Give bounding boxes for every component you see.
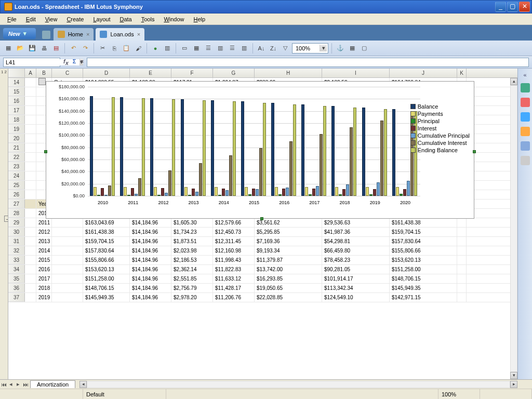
- sidebar-functions-icon[interactable]: [521, 141, 530, 151]
- cols-icon[interactable]: ▥: [215, 43, 225, 54]
- col-header[interactable]: A: [25, 69, 36, 77]
- quick-icon[interactable]: [42, 31, 50, 39]
- cell[interactable]: $153,620.13: [83, 265, 130, 274]
- horizontal-scrollbar[interactable]: ◂ ▸: [79, 381, 517, 388]
- cell[interactable]: [457, 293, 467, 302]
- minimize-button[interactable]: _: [495, 2, 506, 12]
- cell[interactable]: [25, 181, 36, 190]
- chart-icon[interactable]: ▥: [162, 43, 172, 54]
- cell[interactable]: $90,281.05: [322, 265, 390, 274]
- cell[interactable]: $9,193.34: [255, 246, 322, 255]
- col-header[interactable]: D: [83, 69, 130, 77]
- row-header[interactable]: 36: [8, 284, 25, 292]
- col-header[interactable]: E: [130, 69, 171, 77]
- redo-icon[interactable]: ↷: [80, 43, 90, 54]
- menu-create[interactable]: Create: [62, 15, 88, 23]
- row-header[interactable]: 18: [8, 115, 25, 124]
- cell[interactable]: [25, 97, 36, 105]
- cell[interactable]: $101,914.17: [322, 274, 390, 283]
- scroll-right-button[interactable]: ▸: [510, 381, 517, 388]
- sort-desc-icon[interactable]: Z↓: [268, 43, 278, 54]
- undo-icon[interactable]: ↶: [68, 43, 78, 54]
- merge-icon[interactable]: ▭: [179, 43, 190, 54]
- cell[interactable]: [52, 246, 83, 255]
- cell[interactable]: $12,160.98: [213, 246, 255, 255]
- cell[interactable]: $16,293.85: [255, 274, 322, 283]
- cell[interactable]: $12,450.73: [213, 228, 255, 236]
- cell[interactable]: $11,998.43: [213, 256, 255, 264]
- cell[interactable]: [457, 265, 467, 274]
- cell[interactable]: $11,822.83: [213, 265, 255, 274]
- row-header[interactable]: 22: [8, 153, 25, 162]
- vertical-scrollbar[interactable]: ▴ ▾: [510, 78, 517, 379]
- row-header[interactable]: 14: [8, 78, 25, 87]
- scroll-left-button[interactable]: ◂: [79, 381, 87, 388]
- cell[interactable]: $142,971.15: [390, 293, 457, 302]
- cell[interactable]: [457, 218, 467, 227]
- cell[interactable]: $157,830.64: [390, 237, 457, 246]
- cell[interactable]: 2015: [36, 256, 52, 264]
- menu-edit[interactable]: Edit: [22, 15, 40, 23]
- cell[interactable]: [25, 134, 36, 143]
- cell[interactable]: 2011: [36, 218, 52, 227]
- row-header[interactable]: 24: [8, 171, 25, 180]
- row-header[interactable]: 28: [8, 209, 25, 218]
- select-all-corner[interactable]: [8, 69, 25, 77]
- cell[interactable]: $11,379.87: [255, 256, 322, 264]
- cell[interactable]: [25, 143, 36, 152]
- cell[interactable]: $1,873.51: [171, 237, 213, 246]
- name-box[interactable]: ▾: [3, 58, 60, 67]
- row-header[interactable]: 26: [8, 190, 25, 199]
- tab-close-icon[interactable]: ×: [137, 31, 140, 37]
- cell[interactable]: 2012: [36, 228, 52, 236]
- cell[interactable]: [52, 256, 83, 264]
- scroll-track[interactable]: [87, 381, 510, 388]
- col-header[interactable]: I: [322, 69, 390, 77]
- cell[interactable]: 2017: [36, 274, 52, 283]
- row-header[interactable]: 21: [8, 143, 25, 152]
- cell[interactable]: [25, 78, 36, 87]
- cell[interactable]: [457, 246, 467, 255]
- cell[interactable]: $2,756.79: [171, 284, 213, 292]
- col-header[interactable]: K: [457, 69, 467, 77]
- sidebar-properties-icon[interactable]: [521, 83, 530, 92]
- zoom-input[interactable]: [294, 45, 320, 51]
- cell[interactable]: $7,169.36: [255, 237, 322, 246]
- cell[interactable]: $14,184.96: [130, 293, 171, 302]
- cell[interactable]: $155,806.66: [83, 256, 130, 264]
- row-header[interactable]: 32: [8, 246, 25, 255]
- cell[interactable]: 2014: [36, 246, 52, 255]
- status-zoom[interactable]: 100%: [438, 389, 480, 399]
- col-header[interactable]: H: [255, 69, 322, 77]
- cell[interactable]: $14,184.96: [130, 284, 171, 292]
- cell[interactable]: $5,295.85: [255, 228, 322, 236]
- sheet-nav-last-icon[interactable]: ⏭: [22, 381, 29, 388]
- print-icon[interactable]: 🖶: [39, 43, 49, 54]
- cell[interactable]: [52, 218, 83, 227]
- menu-window[interactable]: Window: [159, 15, 188, 23]
- formula-input[interactable]: [87, 58, 529, 67]
- cell[interactable]: $13,742.00: [255, 265, 322, 274]
- cell[interactable]: [52, 237, 83, 246]
- scroll-up-button[interactable]: ▴: [510, 78, 517, 85]
- filter-icon[interactable]: ▽: [280, 43, 290, 54]
- menu-view[interactable]: View: [41, 15, 62, 23]
- copy-icon[interactable]: ⎘: [109, 43, 119, 54]
- cell[interactable]: $151,258.00: [83, 274, 130, 283]
- cell[interactable]: $163,043.69: [83, 218, 130, 227]
- cell[interactable]: [457, 228, 467, 236]
- cell[interactable]: [52, 265, 83, 274]
- save-icon[interactable]: 💾: [27, 43, 37, 54]
- cell[interactable]: [25, 125, 36, 134]
- paste-icon[interactable]: 📋: [121, 43, 131, 54]
- cell[interactable]: $2,186.53: [171, 256, 213, 264]
- cell[interactable]: [25, 209, 36, 218]
- zoom-select[interactable]: ▾: [292, 43, 328, 54]
- sum-icon[interactable]: Σ: [73, 58, 76, 66]
- scroll-track[interactable]: [510, 85, 517, 372]
- cell[interactable]: $124,549.10: [322, 293, 390, 302]
- new-button[interactable]: New: [3, 28, 36, 39]
- cell[interactable]: $54,298.81: [322, 237, 390, 246]
- tab-home[interactable]: Home ×: [54, 28, 94, 41]
- arrange-icon[interactable]: ▦: [347, 43, 357, 54]
